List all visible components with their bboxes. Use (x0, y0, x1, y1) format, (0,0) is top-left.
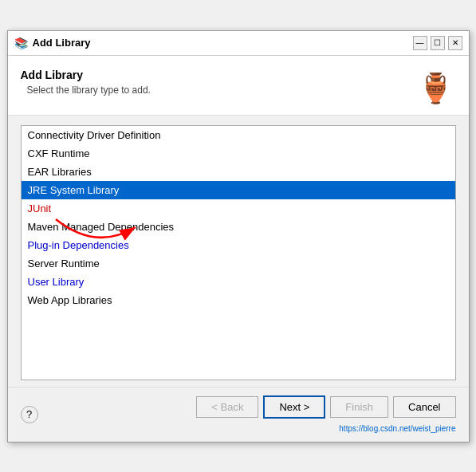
list-item-plugin-deps[interactable]: Plug-in Dependencies (22, 236, 455, 254)
footer-buttons: < Back Next > Finish Cancel (196, 395, 455, 419)
content-header-area: Add Library Select the library type to a… (8, 56, 469, 116)
cancel-button[interactable]: Cancel (393, 396, 455, 418)
list-item[interactable]: EAR Libraries (22, 163, 455, 181)
list-wrapper: Connectivity Driver Definition CXF Runti… (8, 125, 469, 380)
footer-url: https://blog.csdn.net/weist_pierre (339, 424, 455, 433)
title-controls: — ☐ ✕ (413, 36, 462, 50)
add-library-window: 📚 Add Library — ☐ ✕ Add Library Select t… (7, 30, 470, 442)
list-item-junit[interactable]: JUnit (22, 199, 455, 218)
footer: ? < Back Next > Finish Cancel https://bl… (8, 387, 469, 442)
list-item[interactable]: CXF Runtime (22, 144, 455, 163)
content-header: Add Library Select the library type to a… (21, 69, 456, 108)
library-list[interactable]: Connectivity Driver Definition CXF Runti… (21, 125, 456, 380)
dialog-title: Add Library (21, 69, 151, 81)
finish-button[interactable]: Finish (330, 396, 388, 418)
maximize-button[interactable]: ☐ (431, 36, 445, 50)
library-icon: 🏺 (416, 69, 456, 108)
list-item[interactable]: Server Runtime (22, 254, 455, 273)
help-button[interactable]: ? (21, 406, 38, 423)
list-item-selected[interactable]: JRE System Library (22, 181, 455, 199)
header-text: Add Library Select the library type to a… (21, 69, 151, 96)
title-bar: 📚 Add Library — ☐ ✕ (8, 31, 469, 56)
list-item[interactable]: Web App Libraries (22, 291, 455, 309)
list-item-user-library[interactable]: User Library (22, 273, 455, 291)
window-title: Add Library (33, 37, 91, 49)
close-button[interactable]: ✕ (448, 36, 462, 50)
minimize-button[interactable]: — (413, 36, 427, 50)
list-item[interactable]: Connectivity Driver Definition (22, 126, 455, 144)
window-icon: 📚 (14, 37, 28, 49)
list-item[interactable]: Maven Managed Dependencies (22, 218, 455, 236)
next-button[interactable]: Next > (263, 395, 325, 419)
dialog-subtitle: Select the library type to add. (27, 85, 151, 96)
footer-left: ? (21, 406, 38, 423)
back-button[interactable]: < Back (196, 396, 258, 418)
title-bar-left: 📚 Add Library (14, 37, 91, 49)
